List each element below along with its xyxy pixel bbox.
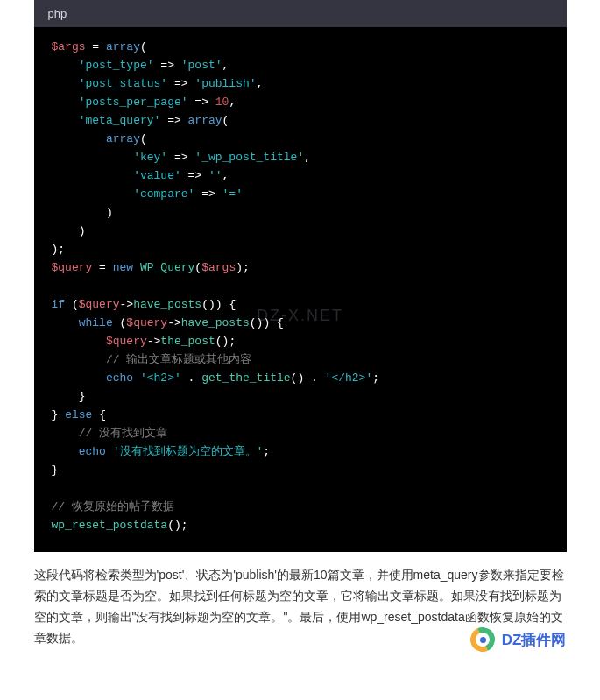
code-line: ): [52, 222, 549, 240]
brand-logo-icon: [470, 627, 497, 654]
code-line: echo '<h2>' . get_the_title() . '</h2>';: [52, 369, 549, 387]
code-line: );: [52, 240, 549, 258]
code-line: // 恢复原始的帖子数据: [52, 498, 549, 516]
code-line: 'meta_query' => array(: [52, 111, 549, 130]
code-line: 'posts_per_page' => 10,: [52, 93, 549, 111]
code-line: [52, 277, 549, 295]
code-line: 'key' => '_wp_post_title',: [52, 148, 549, 166]
code-line: 'post_status' => 'publish',: [52, 74, 549, 93]
code-line: }: [52, 387, 549, 406]
code-line: 'post_type' => 'post',: [52, 56, 549, 74]
brand-name: DZ插件网: [502, 630, 567, 651]
description-text: 这段代码将检索类型为'post'、状态为'publish'的最新10篇文章，并使…: [34, 564, 567, 648]
code-line: 'compare' => '=': [52, 185, 549, 203]
code-line: // 没有找到文章: [52, 424, 549, 442]
code-body: $args = array( 'post_type' => 'post', 'p…: [34, 27, 567, 552]
code-line: if ($query->have_posts()) {: [52, 295, 549, 314]
code-line: array(: [52, 130, 549, 148]
code-line: } else {: [52, 406, 549, 424]
code-line: while ($query->have_posts()) {: [52, 314, 549, 332]
code-line: echo '没有找到标题为空的文章。';: [52, 442, 549, 461]
code-language-label: php: [34, 0, 567, 27]
code-block: php $args = array( 'post_type' => 'post'…: [34, 0, 567, 552]
code-line: $query = new WP_Query($args);: [52, 258, 549, 277]
code-line: }: [52, 461, 549, 479]
brand-watermark: DZ插件网: [470, 627, 567, 654]
code-line: 'value' => '',: [52, 166, 549, 185]
code-line: $query->the_post();: [52, 332, 549, 350]
code-line: ): [52, 203, 549, 222]
code-line: wp_reset_postdata();: [52, 516, 549, 534]
code-line: [52, 479, 549, 498]
code-line: $args = array(: [52, 38, 549, 56]
code-line: // 输出文章标题或其他内容: [52, 350, 549, 369]
